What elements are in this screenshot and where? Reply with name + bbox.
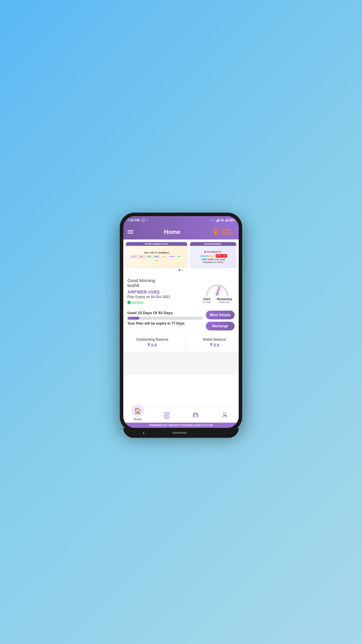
home-pill[interactable]: [172, 432, 187, 434]
progress-section: Used 15 Days Of 92 Days Your Plan will b…: [123, 308, 239, 333]
wifi-bars: [225, 219, 228, 222]
status-bar-left: 7:25 PM ✓ •: [127, 218, 148, 222]
whatsapp-icon: ✓: [141, 218, 145, 222]
back-button[interactable]: ‹: [143, 430, 144, 435]
recharge-button[interactable]: Recharge: [206, 322, 235, 330]
username-text: testh8: [127, 283, 200, 288]
svg-point-7: [216, 293, 218, 295]
footer-text: POWERED BY: HEIGHT8 TECHNOLOGIES PVT.LTD: [149, 424, 213, 427]
banner-container: ENTERTAINMENT PACK 350+ LIVE TV CHANNELS…: [123, 242, 239, 268]
progress-bar-fill: [127, 317, 139, 320]
banner1-header: ENTERTAINMENT PACK: [126, 242, 187, 246]
hamburger-menu-button[interactable]: [127, 230, 133, 234]
logo-line1: AirNet: [222, 228, 235, 232]
user-info: Good Morning testh8 AIRFIBER-1GBQ Plan E…: [127, 278, 200, 305]
premium-label: PREMIUM OTT APPS: [203, 261, 223, 263]
channel-logo-3: STAR: [145, 255, 152, 258]
channel-logo-6: COLORS: [168, 255, 175, 258]
balance-section: Outstanding Balance ₹ 0.0 Wallet Balance…: [123, 333, 239, 352]
outstanding-value: ₹ 0.0: [136, 343, 168, 347]
nav-item-profile[interactable]: [210, 412, 239, 419]
notification-dot: •: [147, 218, 148, 222]
plan-name: AIRFIBER-1GBQ: [127, 290, 200, 294]
carousel-dot-1[interactable]: [179, 269, 180, 271]
remaining-title: Remaining: [217, 298, 232, 301]
speedometer-area: Used 0.0 MB Remaining 3000 GB: [200, 278, 235, 304]
greeting-text: Good Morning: [127, 278, 200, 283]
status-time: 7:25 PM: [127, 218, 140, 222]
nav-item-plans[interactable]: [152, 412, 181, 419]
nav-item-support[interactable]: [181, 412, 210, 419]
wallet-balance-item: Wallet Balance ₹ 0.0: [203, 337, 226, 347]
balance-divider: [185, 337, 186, 348]
channel-logo-7: NDTV: [176, 255, 183, 258]
remaining-label: Remaining 3000 GB: [217, 298, 232, 304]
wifi-bar-1: [225, 220, 226, 222]
action-buttons: More Details Recharge: [206, 311, 235, 330]
channel-logo-8: ZOOM: [153, 259, 160, 262]
signal-bars: [216, 219, 219, 222]
signal-bar-1: [216, 220, 217, 222]
plan-expiry-label: Plan Expiry on: [127, 295, 151, 299]
nav-item-home[interactable]: 🏠 Home: [123, 410, 152, 421]
phone-frame: 7:25 PM ✓ • • ↑ 4G 58%: [120, 213, 242, 431]
signal-bar-2: [217, 220, 217, 222]
ott-logos-2: ZEE5 SONY LIV voot: [199, 258, 227, 261]
main-content-section: Good Morning testh8 AIRFIBER-1GBQ Plan E…: [123, 274, 239, 407]
carousel-dots: [123, 268, 239, 272]
outstanding-label: Outstanding Balance: [136, 337, 168, 342]
nav-home-label: Home: [134, 418, 142, 421]
banner-card-1: ENTERTAINMENT PACK 350+ LIVE TV CHANNELS…: [126, 242, 187, 268]
app-bar: Home AirNet Networks: [123, 224, 239, 239]
banner-card-2: ENTERTAINMENT ▶ PLAYBOX TV amazonprime E…: [190, 242, 236, 268]
channel-logos: MTV ZEE STAR SONY SUN COLORS NDTV ZOOM: [128, 255, 185, 262]
wallet-value: ₹ 0.0: [203, 343, 226, 347]
playbox-label: ▶ PLAYBOX TV: [199, 251, 227, 253]
carousel-dot-2[interactable]: [182, 269, 183, 271]
bottom-navigation: 🏠 Home: [123, 407, 239, 423]
up-arrow: ↑: [213, 219, 215, 222]
banner-area: ENTERTAINMENT PACK 350+ LIVE TV CHANNELS…: [123, 239, 239, 274]
speedometer-gauge: [203, 278, 232, 297]
remaining-value: 3000 GB: [217, 301, 232, 304]
sony-live-logo: SONY LIV: [208, 258, 219, 261]
progress-bar-container: [127, 317, 203, 320]
zee5-logo: ZEE5: [201, 258, 207, 261]
signal-bar-3: [218, 219, 218, 222]
active-status-dot: [127, 301, 131, 304]
agent-icon: [221, 412, 228, 419]
voot-logo: voot: [220, 258, 225, 261]
channel-logo-5: SUN: [161, 255, 168, 258]
speed-labels: Used 0.0 MB Remaining 3000 GB: [203, 298, 232, 304]
app-title: Home: [164, 229, 180, 235]
used-title: Used: [203, 298, 211, 301]
scroll-content[interactable]: ENTERTAINMENT PACK 350+ LIVE TV CHANNELS…: [123, 239, 239, 428]
plan-expiry: Plan Expiry on 04 Oct 2021: [127, 295, 200, 299]
plan-expiry-date: 04 Oct 2021: [151, 295, 171, 299]
active-status-text: Active: [132, 300, 143, 305]
epic-on-logo: EPIC ON: [216, 254, 227, 258]
phone-screen: 7:25 PM ✓ • • ↑ 4G 58%: [123, 216, 239, 428]
banner2-header: ENTERTAINMENT: [190, 242, 236, 246]
status-badge: Active: [127, 300, 200, 305]
svg-point-4: [215, 285, 223, 294]
used-value: 0.0 MB: [203, 301, 211, 304]
channel-logo-1: MTV: [130, 255, 137, 258]
signal-bar-4: [219, 219, 219, 222]
wifi-bar-3: [227, 219, 228, 222]
used-label: Used 0.0 MB: [203, 298, 211, 304]
logo-line2: Networks: [222, 232, 235, 235]
svg-point-0: [214, 232, 217, 235]
banner2-content: ▶ PLAYBOX TV amazonprime EPIC ON ZEE5 SO…: [199, 251, 227, 261]
user-section: Good Morning testh8 AIRFIBER-1GBQ Plan E…: [123, 274, 239, 308]
empty-area: [123, 352, 239, 375]
more-details-button[interactable]: More Details: [206, 311, 235, 319]
expiry-warning: Your Plan will be expire in 77 Days: [127, 321, 203, 326]
logo-area: AirNet Networks: [211, 227, 235, 237]
banner1-title: 350+ LIVE TV CHANNELS: [144, 252, 169, 254]
ott-logos: amazonprime EPIC ON: [199, 254, 227, 258]
outstanding-balance-item: Outstanding Balance ₹ 0.0: [136, 337, 168, 347]
status-bar-right: • ↑ 4G 58%: [211, 219, 235, 222]
airnet-logo-text: AirNet Networks: [222, 228, 235, 235]
banner1-subtitle: 350+ LIVE TV CHANNELS: [144, 252, 169, 254]
